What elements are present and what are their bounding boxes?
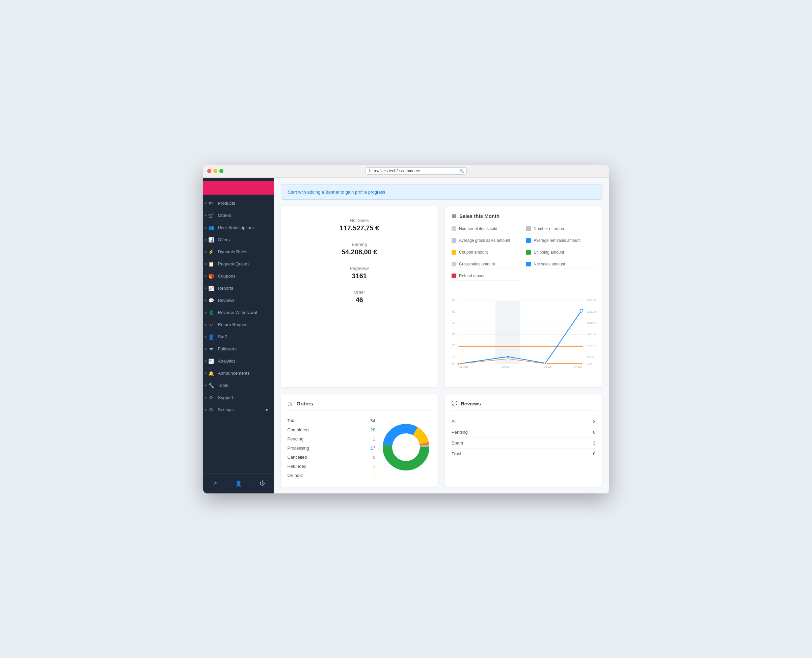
sidebar-item-announcements[interactable]: 🔔 Announcements — [203, 367, 274, 379]
sidebar-dot — [204, 372, 207, 374]
sidebar-item-reports[interactable]: 📈 Reports — [203, 282, 274, 295]
orders-row-processing: Processing 17 — [287, 443, 375, 453]
external-link-button[interactable]: ↗ — [203, 477, 227, 490]
legend-label-refund: Refund amount — [459, 274, 487, 278]
orders-row-refunded: Refunded 1 — [287, 462, 375, 471]
svg-text:20: 20 — [452, 343, 455, 347]
power-button[interactable]: ⏻ — [250, 477, 274, 490]
close-button[interactable] — [207, 169, 211, 173]
sales-chart-icon: ▦ — [452, 213, 456, 219]
sidebar-item-dynamic-rules[interactable]: ⚡ Dynamic Rules — [203, 246, 274, 258]
donut-svg — [381, 422, 431, 473]
settings-icon: ⚙ — [209, 407, 214, 412]
svg-text:01 Jan: 01 Jan — [459, 365, 468, 368]
stats-grid: Net Sales 117.527,75 € Earning 54.208,00… — [281, 207, 602, 387]
sidebar-label-reviews: Reviews — [218, 298, 269, 303]
followers-icon: ❤ — [209, 346, 214, 352]
orders-val-refunded: 1 — [373, 464, 375, 469]
sidebar-dot — [204, 251, 207, 253]
minimize-button[interactable] — [213, 169, 217, 173]
sidebar-item-reviews[interactable]: 💬 Reviews — [203, 295, 274, 307]
orders-val-pending: 1 — [373, 436, 375, 442]
search-icon: 🔍 — [459, 169, 464, 173]
sidebar-label-tools: Tools — [218, 383, 269, 388]
sidebar-label-reports: Reports — [218, 286, 269, 291]
orders-label-completed: Completed — [287, 427, 309, 432]
sidebar-item-offers[interactable]: 📊 Offers — [203, 234, 274, 246]
svg-point-30 — [580, 309, 583, 312]
sidebar-item-request-quotes[interactable]: 📋 Request Quotes — [203, 258, 274, 270]
svg-point-33 — [581, 363, 583, 365]
sidebar-item-staff[interactable]: 👤 Staff — [203, 331, 274, 343]
sidebar-item-analytics[interactable]: 📉 Analytics — [203, 355, 274, 367]
svg-text:3333.33: 3333.33 — [587, 310, 596, 313]
sidebar-item-tools[interactable]: 🔧 Tools — [203, 379, 274, 392]
sidebar-dot — [204, 227, 207, 229]
sidebar-label-user-subscriptions: User Subscriptions — [218, 225, 269, 230]
stat-pageview-label: Pageview — [289, 266, 430, 271]
sidebar-item-reverse-withdrawal[interactable]: 💲 Reverse Withdrawal — [203, 307, 274, 319]
legend-refund: Refund amount — [452, 271, 521, 280]
sidebar-item-coupons[interactable]: 🎁 Coupons — [203, 270, 274, 282]
orders-row-total: Total 54 — [287, 416, 375, 425]
sidebar-dot — [204, 348, 207, 350]
return-request-icon: ↩ — [209, 322, 214, 327]
svg-text:1333.33: 1333.33 — [587, 344, 596, 347]
orders-donut-area: Total 54 Completed 28 Pending 1 — [287, 416, 432, 480]
stat-order-label: Order — [289, 290, 430, 295]
legend-coupon: Coupon amount — [452, 248, 521, 257]
sidebar-item-followers[interactable]: ❤ Followers — [203, 343, 274, 355]
sidebar-item-return-request[interactable]: ↩ Return Request — [203, 319, 274, 331]
settings-arrow-icon: ▶ — [266, 408, 269, 412]
legend-shipping: Shipping amount — [526, 248, 595, 257]
sidebar-item-products[interactable]: 🛍 Products — [203, 197, 274, 210]
reverse-withdrawal-icon: 💲 — [209, 310, 214, 315]
support-icon: ⚙ — [209, 395, 214, 400]
legend-label-num-orders: Number of orders — [534, 226, 565, 231]
sidebar-label-offers: Offers — [218, 237, 269, 242]
sidebar-item-user-subscriptions[interactable]: 👥 User Subscriptions — [203, 222, 274, 234]
reviews-table: All 3 Pending 0 Spam 3 Trash — [452, 416, 596, 459]
legend-swatch-avg-net — [526, 238, 531, 243]
stats-card: Net Sales 117.527,75 € Earning 54.208,00… — [281, 207, 438, 387]
orders-val-cancelled: 0 — [373, 454, 375, 460]
reviews-row-trash: Trash 0 — [452, 448, 596, 459]
legend-swatch-shipping — [526, 250, 531, 255]
svg-text:0: 0 — [452, 362, 454, 365]
svg-text:4000.00: 4000.00 — [587, 299, 596, 302]
reviews-val-pending: 0 — [593, 430, 595, 435]
legend-label-avg-net: Average net sales amount — [534, 238, 581, 243]
url-input[interactable] — [366, 167, 467, 175]
legend-swatch-num-orders — [526, 226, 531, 231]
svg-text:50: 50 — [452, 310, 455, 313]
stat-net-sales-label: Net Sales — [289, 218, 430, 223]
user-profile-button[interactable]: 👤 — [227, 477, 250, 490]
sidebar-dot — [204, 263, 207, 265]
maximize-button[interactable] — [219, 169, 223, 173]
sales-legend: Number of items sold Number of orders Av… — [452, 224, 596, 280]
reviews-row-pending: Pending 0 — [452, 427, 596, 438]
chart-area: 60 50 40 30 20 10 0 4000.00 3333.33 2666… — [452, 286, 596, 381]
svg-text:666.67: 666.67 — [587, 355, 595, 358]
offers-icon: 📊 — [209, 237, 214, 243]
sidebar-item-orders[interactable]: 🛒 Orders — [203, 210, 274, 222]
stat-order: Order 46 — [289, 285, 430, 309]
sidebar-brand — [203, 181, 274, 194]
products-icon: 🛍 — [209, 201, 214, 206]
orders-label-refunded: Refunded — [287, 464, 306, 469]
app-window: 🔍 🛍 Products 🛒 Orders 👥 User Subscriptio… — [203, 165, 609, 494]
app-body: 🛍 Products 🛒 Orders 👥 User Subscriptions… — [203, 178, 609, 494]
svg-text:03 Jan: 03 Jan — [544, 365, 553, 368]
orders-row-on-hold: On hold 7 — [287, 471, 375, 480]
svg-text:2000.00: 2000.00 — [587, 332, 596, 335]
sidebar-item-support[interactable]: ⚙ Support — [203, 392, 274, 404]
legend-net-sales: Net sales amount — [526, 260, 595, 269]
sidebar-label-reverse-withdrawal: Reverse Withdrawal — [218, 310, 269, 315]
sidebar: 🛍 Products 🛒 Orders 👥 User Subscriptions… — [203, 178, 274, 494]
url-bar: 🔍 — [228, 167, 605, 175]
sidebar-item-settings[interactable]: ⚙ Settings ▶ — [203, 404, 274, 416]
traffic-lights — [207, 169, 223, 173]
sidebar-label-analytics: Analytics — [218, 359, 269, 363]
legend-gross-sales: Gross sales amount — [452, 260, 521, 269]
sidebar-label-dynamic-rules: Dynamic Rules — [218, 249, 269, 254]
